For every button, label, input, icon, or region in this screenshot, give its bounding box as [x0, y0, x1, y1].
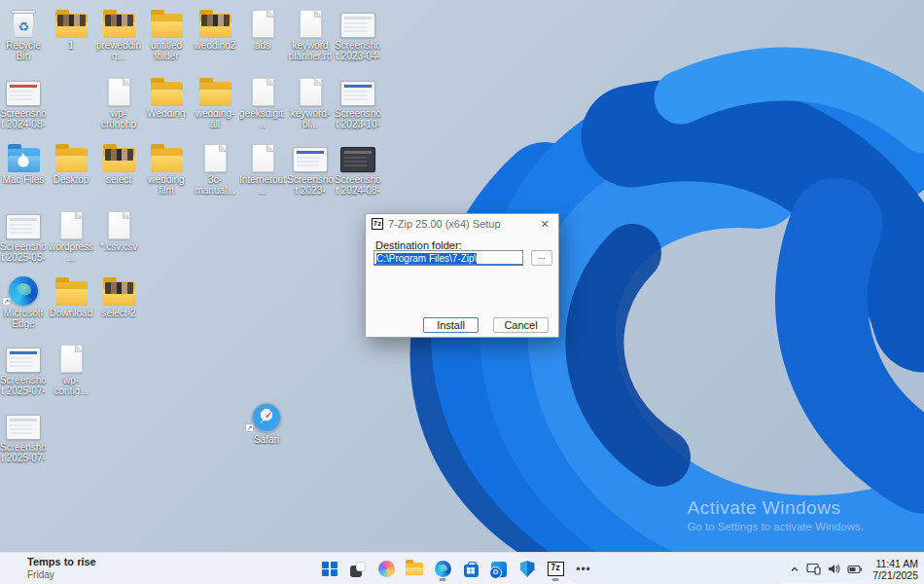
destination-folder-input[interactable]: C:\Program Files\7-Zip\ [373, 250, 523, 266]
clock[interactable]: 11:41 AM 7/21/2025 [872, 558, 918, 581]
shortcut-arrow-icon: ↗ [245, 423, 254, 432]
selected-path-text: C:\Program Files\7-Zip\ [376, 253, 477, 264]
desktop-icon-recycle-bin[interactable]: ♻Recycle Bin [0, 5, 47, 61]
desktop-icon-wedding2[interactable]: wedding2 [192, 5, 238, 51]
desktop-icon-screenshot-2023-04-06[interactable]: Screenshot 2023-04-06 ... [335, 5, 381, 62]
desktop-icon-geeksdigit[interactable]: geeksdigit... [239, 73, 286, 129]
taskbar-edge-icon[interactable] [432, 558, 453, 581]
hidden-icons-chevron-icon[interactable] [789, 564, 800, 575]
desktop-icon-screenshot-2024-08-21[interactable]: Screenshot 2024-08-21... [0, 73, 47, 130]
desktop-icon-select-2[interactable]: select-2 [95, 273, 142, 318]
taskbar-windows-security-icon[interactable] [516, 558, 538, 581]
desktop-icon-wordpress[interactable]: wordpress... [48, 206, 94, 263]
document-icon [48, 206, 94, 239]
desktop-icon-untitled-folder[interactable]: untitled folder [143, 5, 190, 61]
folder-icon [143, 5, 190, 38]
taskbar-outlook-icon[interactable] [488, 558, 510, 581]
desktop-icon-label: wedding film [143, 174, 190, 196]
browse-button[interactable]: ... [531, 250, 552, 266]
document-icon [95, 206, 142, 239]
taskbar-copilot-icon[interactable] [375, 558, 397, 581]
desktop-icon-label: Screenshot 2024-08-21... [0, 108, 47, 130]
cancel-button[interactable]: Cancel [493, 317, 549, 333]
desktop-icon-internetout[interactable]: Internetout... [239, 139, 286, 196]
document-icon [239, 5, 286, 38]
battery-icon[interactable] [847, 564, 863, 575]
desktop-icon-label: Screenshot 2024-08-0... [335, 174, 381, 197]
desktop-icon-wedding-film[interactable]: wedding film [143, 139, 190, 196]
folder-photo-icon [192, 5, 238, 38]
desktop-icon-1[interactable]: 1 [48, 5, 94, 51]
screenshot-thumbnail-icon [0, 340, 47, 373]
desktop-icon-screenshot-2025-07-2[interactable]: Screenshot 2025-07-2... [0, 340, 47, 397]
desktop-icon-label: wedding-all [192, 108, 238, 129]
desktop-icon-microsoft-edge[interactable]: ↗Microsoft Edge [0, 273, 47, 329]
taskbar-task-view-icon[interactable] [347, 558, 369, 581]
desktop-icon-wedding-all[interactable]: wedding-all [192, 73, 238, 129]
desktop-icon-wp-config[interactable]: wp-config... [48, 340, 94, 396]
install-button[interactable]: Install [423, 317, 479, 333]
taskbar-microsoft-store-icon[interactable] [460, 558, 481, 581]
close-icon[interactable]: ✕ [537, 217, 552, 231]
desktop-icon-ads[interactable]: ads [239, 5, 286, 51]
7zip-setup-dialog: 7z 7-Zip 25.00 (x64) Setup ✕ Destination… [365, 213, 559, 338]
desktop-icon-label: keyword-pl... [287, 108, 334, 129]
desktop-icon-label: wedding2 [192, 40, 238, 51]
desktop-icon-safari[interactable]: ↗Safari [243, 399, 290, 445]
desktop-icon-label: Download [48, 308, 94, 318]
desktop-icon-screenshot-2023-10-12[interactable]: Screenshot 2023-10-12... [335, 73, 381, 130]
desktop-icon-prewedding[interactable]: prewedding... [95, 5, 142, 61]
desktop-icon-select[interactable]: select [95, 139, 142, 185]
document-icon [48, 340, 94, 373]
desktop-icon-screenshot-2025-05-02[interactable]: Screenshot 2025-05-02... [0, 206, 47, 264]
volume-icon[interactable] [827, 563, 841, 575]
taskbar-more-icon[interactable]: ••• [573, 558, 594, 581]
desktop-icon-keyword-planner-rtf[interactable]: keyword planner.rtf [287, 5, 334, 61]
desktop-icon-label: Microsoft Edge [0, 308, 47, 329]
desktop-icon-mac-files[interactable]: Mac Files [0, 139, 47, 185]
desktop-icon-keyword-pl[interactable]: keyword-pl... [287, 73, 334, 129]
desktop-icon-label: *.csv.csv [95, 241, 142, 252]
desktop-icon-desktop[interactable]: Desktop [48, 139, 94, 185]
apple-icon [18, 156, 29, 166]
desktop-icon-screenshot-2024-08-0[interactable]: Screenshot 2024-08-0... [335, 139, 381, 197]
desktop-icon-label: wp-config... [48, 375, 94, 396]
display-device-icon[interactable] [806, 563, 821, 575]
taskbar-file-explorer-icon[interactable] [404, 558, 425, 581]
desktop-icon-label: Mac Files [0, 174, 47, 185]
tray-time: 11:41 AM [872, 558, 918, 569]
desktop-icon-wp-cronphp[interactable]: wp-cronphp [95, 73, 142, 129]
desktop-icon-label: 3c-manual... [192, 174, 238, 196]
safari-icon: ↗ [243, 399, 290, 432]
desktop-icon-label: keyword planner.rtf [287, 40, 334, 61]
folder-icon [48, 273, 94, 306]
desktop-icon-screenshot-2025-07-2[interactable]: Screenshot 2025-07-2... [0, 407, 47, 464]
folder-photo-icon [95, 139, 142, 172]
desktop-icon-label: select-2 [95, 308, 142, 318]
desktop-icon-label: ads [239, 40, 286, 51]
running-indicator [552, 578, 559, 581]
desktop-icon-label: Screenshot 2025-07-2... [0, 375, 47, 397]
widget-subtext: Friday [27, 568, 96, 581]
desktop-icon-label: Safari [243, 434, 290, 445]
desktop-icon-screenshot-2023-04[interactable]: Screenshot 2023-04-... [287, 139, 334, 197]
desktop-icon-3c-manual[interactable]: 3c-manual... [192, 139, 238, 196]
folder-icon [192, 73, 238, 106]
desktop-icon-label: Screenshot 2023-04-06 ... [335, 40, 381, 62]
weather-widget[interactable]: Temps to rise Friday [27, 556, 96, 581]
folder-photo-icon [95, 273, 142, 306]
dialog-titlebar[interactable]: 7z 7-Zip 25.00 (x64) Setup ✕ [366, 214, 558, 234]
desktop-icon-label: Desktop [48, 174, 94, 185]
desktop-icon-label: wordpress... [48, 241, 94, 263]
desktop-icon-wedding[interactable]: Wedding [143, 73, 190, 119]
desktop-icon-csv-csv[interactable]: *.csv.csv [95, 206, 142, 252]
desktop-icon-label: Screenshot 2023-04-... [287, 174, 334, 197]
document-icon [239, 73, 286, 106]
document-icon [287, 5, 334, 38]
screenshot-thumbnail-icon [335, 139, 381, 172]
recycle-bin-icon: ♻ [0, 5, 47, 38]
desktop-icon-label: prewedding... [95, 40, 142, 61]
taskbar-7-zip-icon[interactable]: 7z [545, 558, 566, 581]
taskbar-start-icon[interactable] [319, 558, 340, 581]
desktop-icon-download[interactable]: Download [48, 273, 94, 318]
